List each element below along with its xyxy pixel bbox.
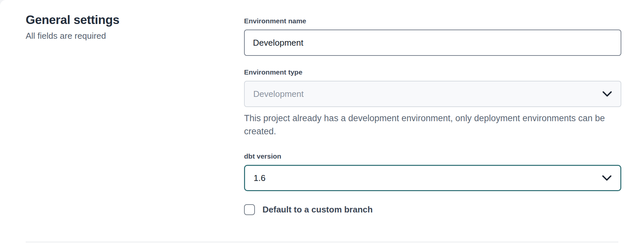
page-title: General settings xyxy=(26,12,216,28)
environment-type-helper-text: This project already has a development e… xyxy=(244,112,606,138)
general-settings-form: Environment name Environment type Develo… xyxy=(244,16,621,215)
page-subtitle: All fields are required xyxy=(26,30,216,41)
chevron-down-icon xyxy=(602,175,612,181)
custom-branch-checkbox[interactable] xyxy=(244,204,255,215)
dbt-version-select[interactable]: 1.6 xyxy=(244,165,621,191)
environment-name-input[interactable] xyxy=(244,30,621,56)
section-divider xyxy=(26,242,618,242)
custom-branch-row: Default to a custom branch xyxy=(244,204,621,215)
environment-name-label: Environment name xyxy=(244,16,621,25)
dbt-version-label: dbt version xyxy=(244,152,621,161)
section-intro: General settings All fields are required xyxy=(26,12,216,41)
environment-type-label: Environment type xyxy=(244,68,621,77)
dbt-version-value: 1.6 xyxy=(254,173,265,183)
general-settings-panel: General settings All fields are required… xyxy=(0,0,644,243)
environment-type-select: Development xyxy=(244,81,621,107)
custom-branch-label[interactable]: Default to a custom branch xyxy=(262,204,373,215)
chevron-down-icon xyxy=(602,91,612,97)
environment-type-value: Development xyxy=(253,89,304,99)
